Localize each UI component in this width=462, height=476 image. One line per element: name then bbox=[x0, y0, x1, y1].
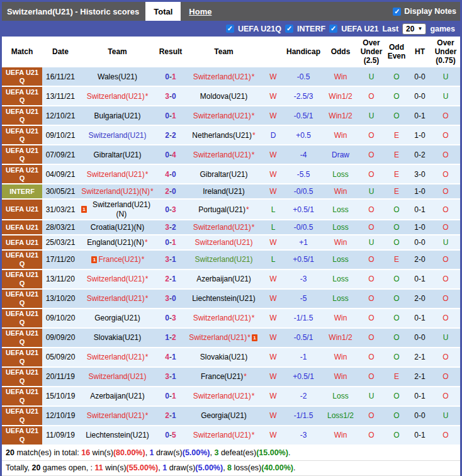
uefa-u21-checkbox[interactable]: ✓ bbox=[329, 25, 337, 33]
team-name: Switzerland(U21) bbox=[193, 314, 251, 322]
table-row: UEFA U21 Q20/11/19Switzerland(U21)3-1Fra… bbox=[2, 368, 460, 387]
last-label: Last bbox=[382, 25, 398, 33]
odds-cell: Win bbox=[323, 126, 358, 144]
match-league-cell: UEFA U21 Q bbox=[2, 106, 42, 125]
over-under-25-cell: O bbox=[358, 200, 385, 219]
favorite-star: * bbox=[252, 431, 255, 439]
table-row: UEFA U21 Q09/10/21Switzerland(U21)2-2Net… bbox=[2, 126, 460, 145]
uefa-u21-label: UEFA U21 bbox=[341, 25, 378, 33]
odd-even-cell: E bbox=[385, 165, 408, 183]
handicap-cell: -4 bbox=[284, 145, 323, 164]
favorite-star: * bbox=[145, 170, 149, 179]
over-under-075-cell: O bbox=[431, 387, 460, 405]
home-score: 0 bbox=[165, 431, 169, 439]
home-team-cell: England(U21)(N)* bbox=[79, 235, 156, 249]
table-row: UEFA U21 Q13/11/21Switzerland(U21)*3-0Mo… bbox=[2, 87, 460, 106]
result-cell: 0-1 bbox=[156, 67, 185, 86]
over-under-075-cell: O bbox=[431, 251, 460, 269]
summary-line: Totally, 20 games open, : 11 win(s)(55.0… bbox=[2, 461, 460, 476]
summary-segment: draw(s) bbox=[154, 448, 183, 457]
away-team-cell: Gibraltar(U21) bbox=[185, 165, 262, 183]
over-under-075-cell: U bbox=[431, 235, 460, 249]
away-team-cell: Ireland(U21) bbox=[185, 184, 262, 198]
away-score: 1 bbox=[172, 238, 176, 247]
games-count-select[interactable]: 20 ▼ bbox=[402, 23, 426, 35]
favorite-star: * bbox=[145, 238, 148, 247]
ht-cell: 3-0 bbox=[408, 165, 431, 183]
team-name: Switzerland(U21) bbox=[87, 411, 145, 420]
games-label: games bbox=[430, 25, 455, 33]
over-under-075-cell: O bbox=[431, 220, 460, 234]
over-under-25-cell: U bbox=[358, 67, 385, 86]
table-row: UEFA U21 Q12/10/21Bulgaria(U21)0-1Switze… bbox=[2, 106, 460, 126]
over-under-25-cell: O bbox=[358, 270, 385, 288]
summary-segment: draw(s) bbox=[167, 463, 195, 472]
handicap-cell: -2 bbox=[284, 387, 323, 405]
ht-cell: 0-0 bbox=[408, 87, 431, 105]
team-name: Switzerland(U21) bbox=[193, 431, 251, 439]
column-header-label: Date bbox=[52, 48, 69, 57]
favorite-star: * bbox=[252, 111, 255, 120]
home-score: 2 bbox=[165, 411, 169, 420]
uefa-u21q-checkbox[interactable]: ✓ bbox=[226, 25, 234, 33]
tab-home[interactable]: Home bbox=[181, 2, 220, 21]
home-score: 3 bbox=[165, 372, 169, 381]
away-team-cell: Liechtenstein(U21) bbox=[185, 290, 262, 308]
home-team-cell: Gibraltar(U21) bbox=[79, 145, 156, 164]
column-header-label: Match bbox=[11, 48, 33, 57]
filter-bar: ✓ UEFA U21Q ✓ INTERF ✓ UEFA U21 Last 20 … bbox=[2, 21, 460, 37]
match-league-cell: UEFA U21 Q bbox=[2, 426, 42, 445]
match-league-cell: UEFA U21 Q bbox=[2, 126, 42, 144]
result-cell: 0-1 bbox=[156, 235, 185, 249]
summary-segment: (55.00%) bbox=[127, 463, 159, 472]
team-name: Switzerland(U21)(N) bbox=[88, 200, 155, 218]
home-team-cell: Switzerland(U21)* bbox=[79, 270, 156, 288]
home-score: 2 bbox=[165, 131, 169, 140]
date-cell: 05/09/20 bbox=[42, 348, 79, 366]
column-header: Over Under (2.5) bbox=[358, 37, 385, 67]
table-row: UEFA U21 Q13/11/20Switzerland(U21)*2-1Az… bbox=[2, 270, 460, 290]
summary-segment: match(es) in total: bbox=[14, 448, 81, 457]
favorite-star: * bbox=[252, 223, 255, 232]
home-team-cell: Switzerland(U21)* bbox=[79, 290, 156, 308]
odds-cell: Win1/2 bbox=[323, 329, 358, 347]
column-header-label: Over Under (0.75) bbox=[432, 39, 459, 65]
over-under-25-cell: O bbox=[358, 220, 385, 234]
date-cell: 25/03/21 bbox=[42, 235, 79, 249]
team-name: Georgia(U21) bbox=[201, 411, 247, 420]
over-under-075-cell: O bbox=[431, 145, 460, 164]
table-row: UEFA U21 Q07/09/21Gibraltar(U21)0-4Switz… bbox=[2, 145, 460, 165]
away-team-cell: Netherlands(U21)* bbox=[185, 126, 262, 144]
match-league-cell: UEFA U21 Q bbox=[2, 251, 42, 269]
column-header: Over Under (0.75) bbox=[431, 37, 460, 67]
away-score: 2 bbox=[172, 131, 176, 140]
tab-total[interactable]: Total bbox=[145, 2, 181, 21]
handicap-cell: -0.5/1 bbox=[284, 106, 323, 125]
favorite-star: * bbox=[145, 275, 149, 283]
display-notes-checkbox[interactable]: ✓ bbox=[393, 8, 401, 16]
table-row: UEFA U21 Q04/09/21Switzerland(U21)*4-0Gi… bbox=[2, 165, 460, 184]
ht-cell: 0-2 bbox=[408, 145, 431, 164]
favorite-star: * bbox=[252, 392, 255, 400]
summary-segment: loss(es) bbox=[232, 463, 261, 472]
over-under-25-cell: O bbox=[358, 309, 385, 327]
home-score: 0 bbox=[165, 238, 169, 247]
favorite-star: * bbox=[244, 372, 247, 381]
home-score: 3 bbox=[165, 294, 169, 303]
match-league-cell: UEFA U21 Q bbox=[2, 165, 42, 183]
column-header-label: Team bbox=[108, 48, 127, 57]
summary-segment: . bbox=[293, 463, 295, 472]
column-header-label: Over Under (2.5) bbox=[359, 39, 384, 65]
summary-segment: 20 bbox=[31, 463, 40, 472]
column-header: HT bbox=[408, 37, 431, 67]
wdl-cell: W bbox=[262, 426, 284, 445]
odd-even-cell: O bbox=[385, 67, 408, 86]
odd-even-cell: E bbox=[385, 184, 408, 198]
over-under-075-cell: O bbox=[431, 165, 460, 183]
interf-checkbox[interactable]: ✓ bbox=[285, 25, 293, 33]
home-team-cell: 1France(U21)* bbox=[79, 251, 156, 269]
favorite-star: * bbox=[145, 353, 149, 361]
team-name: France(U21) bbox=[201, 372, 243, 381]
date-cell: 09/10/20 bbox=[42, 309, 79, 327]
over-under-25-cell: O bbox=[358, 407, 385, 425]
